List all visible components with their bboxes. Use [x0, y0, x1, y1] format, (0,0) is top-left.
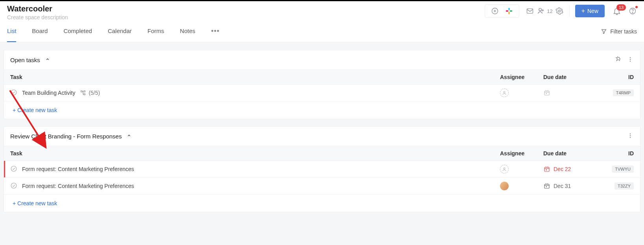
svg-rect-3 [509, 8, 510, 11]
tab-more[interactable]: ••• [211, 27, 220, 35]
assignee-cell[interactable] [500, 165, 543, 173]
integrations-group [485, 4, 519, 18]
plus-icon: + [581, 8, 585, 14]
tab-list[interactable]: List [7, 20, 16, 42]
slack-icon[interactable] [505, 7, 513, 15]
assignee-placeholder-icon [500, 88, 509, 97]
tab-completed[interactable]: Completed [63, 20, 92, 42]
svg-rect-4 [510, 10, 513, 11]
tab-calendar[interactable]: Calendar [108, 20, 132, 42]
due-date-text: Dec 22 [554, 166, 571, 172]
svg-rect-36 [546, 169, 547, 170]
members-count: 12 [547, 8, 552, 14]
section-toggle[interactable]: Review Client Branding - Form Responses [10, 133, 132, 140]
column-header-assignee: Assignee [500, 150, 543, 157]
svg-rect-18 [81, 91, 82, 92]
tab-notes[interactable]: Notes [180, 20, 195, 42]
svg-point-29 [630, 137, 631, 138]
column-header-due: Due date [543, 74, 606, 80]
section-more-icon[interactable] [627, 56, 634, 64]
filter-icon [601, 28, 607, 35]
svg-point-27 [630, 133, 631, 134]
task-title: Team Building Activity [22, 90, 75, 96]
due-date-cell[interactable]: Dec 31 [543, 182, 606, 190]
column-header-assignee: Assignee [500, 74, 543, 80]
filter-tasks-button[interactable]: Filter tasks [601, 28, 637, 35]
svg-point-13 [632, 13, 633, 13]
svg-rect-5 [509, 12, 510, 15]
notification-badge: 13 [616, 4, 626, 11]
svg-point-14 [630, 57, 631, 58]
svg-rect-42 [546, 186, 547, 187]
create-task-link[interactable]: + Create new task [4, 101, 640, 119]
svg-point-8 [539, 8, 541, 11]
subtask-indicator[interactable]: (5/5) [80, 90, 100, 96]
complete-checkbox-icon[interactable] [10, 89, 17, 97]
due-date-cell[interactable] [543, 89, 606, 96]
help-icon[interactable] [628, 7, 637, 15]
task-id-tag[interactable]: T4RMP [613, 89, 634, 96]
task-title: Form request: Content Marketing Preferen… [22, 183, 134, 189]
task-id-cell: T32ZY [606, 182, 634, 190]
task-id-tag[interactable]: TVWYU [612, 166, 634, 173]
task-title: Form request: Content Marketing Preferen… [22, 166, 134, 172]
create-task-link[interactable]: + Create new task [4, 195, 640, 212]
section-toggle[interactable]: Open tasks [10, 57, 50, 63]
assignee-avatar [500, 182, 509, 190]
chevron-up-icon [126, 133, 132, 140]
svg-point-30 [11, 166, 17, 171]
svg-point-15 [630, 59, 631, 60]
task-row[interactable]: Form request: Content Marketing Preferen… [4, 161, 640, 178]
svg-rect-7 [527, 9, 533, 13]
complete-checkbox-icon[interactable] [10, 165, 17, 173]
svg-point-31 [504, 168, 505, 169]
column-header-due: Due date [543, 150, 606, 157]
gear-icon[interactable] [555, 7, 564, 15]
space-description-placeholder[interactable]: Create space description [7, 14, 68, 20]
chevron-up-icon [45, 57, 50, 63]
subtask-count-text: (5/5) [89, 90, 100, 96]
section-more-icon[interactable] [627, 132, 634, 140]
svg-rect-19 [84, 91, 85, 92]
help-dot-indicator [635, 6, 638, 8]
svg-point-16 [630, 61, 631, 61]
task-id-tag[interactable]: T32ZY [614, 182, 634, 190]
notifications-button[interactable]: 13 [613, 7, 621, 15]
assignee-cell[interactable] [500, 88, 543, 97]
due-date-text: Dec 31 [554, 183, 571, 189]
svg-point-21 [504, 91, 505, 93]
column-header-task: Task [10, 150, 500, 157]
svg-point-28 [630, 135, 631, 136]
assignee-placeholder-icon [500, 165, 509, 173]
svg-rect-20 [84, 94, 85, 95]
svg-rect-26 [546, 93, 547, 94]
new-button[interactable]: + New [575, 5, 605, 17]
assignee-cell[interactable] [500, 182, 543, 190]
task-id-cell: TVWYU [606, 166, 634, 173]
svg-point-11 [558, 10, 560, 12]
space-title: Watercooler [7, 4, 68, 13]
add-integration-icon[interactable] [491, 7, 499, 15]
new-button-label: New [587, 8, 598, 14]
column-header-id: ID [606, 74, 634, 80]
filter-label: Filter tasks [610, 28, 637, 35]
due-date-cell[interactable]: Dec 22 [543, 166, 606, 173]
task-row[interactable]: Team Building Activity(5/5)T4RMP [4, 85, 640, 101]
members-button[interactable]: 12 [537, 7, 552, 15]
tab-board[interactable]: Board [32, 20, 48, 42]
complete-checkbox-icon[interactable] [10, 182, 17, 190]
task-id-cell: T4RMP [606, 89, 634, 96]
svg-rect-6 [506, 10, 509, 11]
column-header-id: ID [606, 150, 634, 157]
pin-icon[interactable] [614, 56, 621, 64]
tab-forms[interactable]: Forms [148, 20, 164, 42]
inbox-icon[interactable] [526, 7, 534, 15]
section-title-text: Open tasks [10, 57, 40, 63]
svg-point-17 [11, 90, 17, 95]
task-row[interactable]: Form request: Content Marketing Preferen… [4, 178, 640, 195]
column-header-task: Task [10, 74, 500, 80]
svg-point-37 [11, 183, 17, 188]
section-title-text: Review Client Branding - Form Responses [10, 133, 122, 140]
